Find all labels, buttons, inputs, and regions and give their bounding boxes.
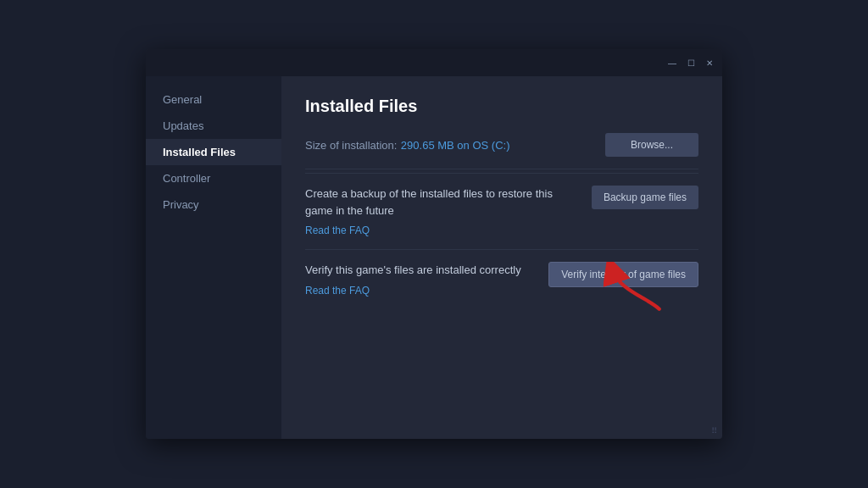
sidebar-item-updates[interactable]: Updates xyxy=(146,113,281,139)
content-area: Installed Files Size of installation: 29… xyxy=(281,76,722,439)
sidebar-item-general[interactable]: General xyxy=(146,86,281,113)
backup-game-files-button[interactable]: Backup game files xyxy=(592,186,698,209)
title-bar: — ☐ ✕ xyxy=(146,49,722,76)
sidebar-item-installed-files[interactable]: Installed Files xyxy=(146,139,281,165)
size-info: Size of installation: 290.65 MB on OS (C… xyxy=(305,137,509,152)
backup-section-text: Create a backup of the installed files t… xyxy=(305,186,592,237)
backup-faq-link[interactable]: Read the FAQ xyxy=(305,225,370,236)
verify-description: Verify this game's files are installed c… xyxy=(305,262,531,279)
verify-integrity-button[interactable]: Verify integrity of game files xyxy=(548,262,698,287)
verify-section-text: Verify this game's files are installed c… xyxy=(305,262,548,297)
verify-row: Verify this game's files are installed c… xyxy=(305,249,698,309)
maximize-button[interactable]: ☐ xyxy=(685,57,697,69)
size-label: Size of installation: xyxy=(305,139,397,152)
sidebar: General Updates Installed Files Controll… xyxy=(146,76,281,439)
size-value-text: 290.65 MB on OS (C:) xyxy=(401,139,510,152)
resize-handle[interactable]: ⠿ xyxy=(711,426,717,435)
page-title: Installed Files xyxy=(305,97,698,116)
steam-properties-window: — ☐ ✕ General Updates Installed Files Co… xyxy=(146,49,722,439)
size-row: Size of installation: 290.65 MB on OS (C… xyxy=(305,133,698,169)
backup-row: Create a backup of the installed files t… xyxy=(305,173,698,249)
backup-description: Create a backup of the installed files t… xyxy=(305,186,575,219)
browse-button[interactable]: Browse... xyxy=(605,133,698,157)
verify-faq-link[interactable]: Read the FAQ xyxy=(305,285,370,297)
main-content: General Updates Installed Files Controll… xyxy=(146,76,722,439)
sidebar-item-controller[interactable]: Controller xyxy=(146,165,281,191)
minimize-button[interactable]: — xyxy=(666,57,678,69)
close-button[interactable]: ✕ xyxy=(704,57,715,69)
sidebar-item-privacy[interactable]: Privacy xyxy=(146,191,281,218)
